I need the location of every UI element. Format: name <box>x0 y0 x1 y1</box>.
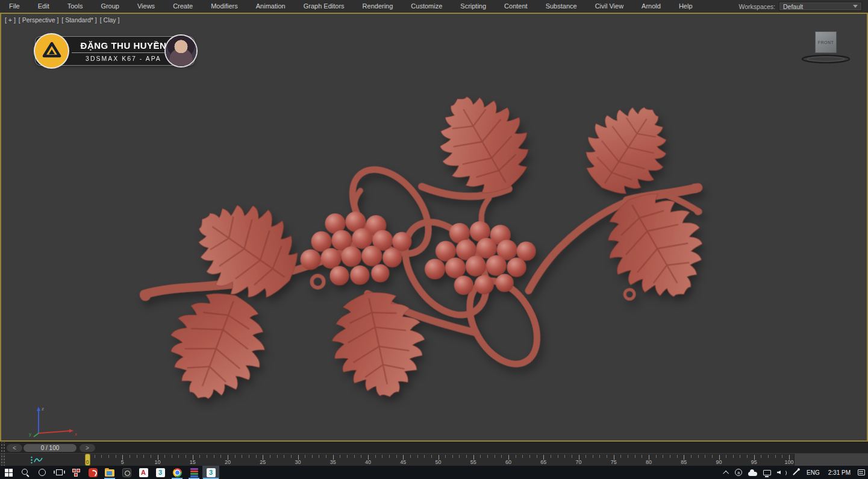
taskbar-button-chrome[interactable] <box>169 466 186 479</box>
cortana-icon <box>39 469 46 476</box>
ruler-tick <box>424 455 425 458</box>
ruler-frame-label: 65 <box>540 459 546 465</box>
taskbar-button-start[interactable] <box>0 466 17 479</box>
tray-button-capture[interactable]: a <box>732 466 745 479</box>
grape-ornament-model[interactable] <box>1 14 867 440</box>
next-frame-button[interactable]: > <box>80 444 95 452</box>
viewport-general-menu[interactable]: [ + ] <box>5 16 16 23</box>
menu-item-tools[interactable]: Tools <box>58 0 92 13</box>
triangle-logo-icon <box>35 34 68 67</box>
chevron-down-icon <box>853 5 858 8</box>
taskbar-button-3ds-max-active[interactable]: 3 <box>202 466 219 479</box>
volume-icon <box>777 469 786 476</box>
viewport[interactable]: [ + ][ Perspective ][ Standard* ][ Clay … <box>0 13 868 442</box>
menu-item-edit[interactable]: Edit <box>29 0 58 13</box>
ruler-tick <box>431 455 432 458</box>
ruler-tick <box>101 455 102 458</box>
axis-x-label: x <box>75 431 77 437</box>
ruler-frame-label: 45 <box>400 459 406 465</box>
ruler-tick <box>459 455 460 458</box>
menu-item-arnold[interactable]: Arnold <box>632 0 670 13</box>
viewport-renderer-label[interactable]: [ Standard* ] <box>61 16 96 23</box>
menu-item-file[interactable]: File <box>0 0 29 13</box>
ruler-tick <box>382 455 382 458</box>
viewport-label: [ + ][ Perspective ][ Standard* ][ Clay … <box>5 16 119 23</box>
taskbar-button-3ds-max[interactable]: 3 <box>152 466 169 479</box>
menu-item-modifiers[interactable]: Modifiers <box>202 0 247 13</box>
taskbar-button-search[interactable] <box>17 466 34 479</box>
taskbar-button-red-swirl-app[interactable] <box>84 466 101 479</box>
ruler-tick <box>761 455 761 458</box>
frame-number-field[interactable]: 0 / 100 <box>23 444 76 452</box>
clock[interactable]: 2:31 PM <box>824 469 855 476</box>
taskbar-button-file-explorer[interactable] <box>101 466 118 479</box>
taskbar-button-screen-recorder-app[interactable] <box>118 466 135 479</box>
tray-button-pen[interactable] <box>789 466 802 479</box>
menu-item-graph-editors[interactable]: Graph Editors <box>295 0 354 13</box>
ruler-tick <box>593 455 593 458</box>
ruler-tick <box>151 455 151 458</box>
ruler-tick <box>256 455 257 458</box>
menu-item-views[interactable]: Views <box>128 0 164 13</box>
menu-item-group[interactable]: Group <box>92 0 128 13</box>
ruler-frame-label: 50 <box>435 459 441 465</box>
viewcube[interactable]: FRONT <box>801 31 851 64</box>
ruler-tick <box>712 455 713 458</box>
ruler-tick <box>143 455 144 458</box>
ruler-tick <box>768 455 769 458</box>
search-icon <box>21 468 30 477</box>
timeslider-drag-handle[interactable] <box>0 454 5 466</box>
viewport-pov-label[interactable]: [ Perspective ] <box>19 16 59 23</box>
ruler-tick <box>585 455 586 458</box>
ruler-tick <box>466 455 467 458</box>
action-center-button[interactable] <box>855 466 868 479</box>
banner-subtitle: 3DSMAX K67 - APA <box>72 52 175 62</box>
ruler-tick <box>452 455 453 458</box>
menu-item-substance[interactable]: Substance <box>537 0 586 13</box>
menu-item-customize[interactable]: Customize <box>402 0 451 13</box>
mini-curve-editor-button[interactable] <box>30 456 43 465</box>
menu-item-content[interactable]: Content <box>495 0 537 13</box>
language-indicator[interactable]: ENG <box>802 469 824 476</box>
workspaces-dropdown[interactable]: Default <box>779 2 862 11</box>
ruler-out-of-range <box>794 454 868 466</box>
time-ruler[interactable]: 0510152025303540455055606570758085909510… <box>0 454 868 466</box>
ruler-tick <box>164 455 165 458</box>
tray-button-chevron-up[interactable] <box>722 466 732 479</box>
taskbar-button-autocad[interactable]: A <box>135 466 152 479</box>
ruler-tick <box>691 455 692 458</box>
taskbar-button-task-view[interactable] <box>51 466 67 479</box>
ruler-tick <box>326 455 326 458</box>
taskbar-button-red-tiles-app[interactable] <box>67 466 84 479</box>
chrome-icon <box>173 468 182 477</box>
menu-item-scripting[interactable]: Scripting <box>451 0 495 13</box>
tray-button-network[interactable] <box>760 466 774 479</box>
trackbar-drag-handle[interactable] <box>0 442 5 453</box>
menu-item-civil-view[interactable]: Civil View <box>586 0 632 13</box>
ruler-tick <box>417 455 418 458</box>
ruler-tick <box>199 455 200 458</box>
previous-frame-button[interactable]: < <box>7 444 22 452</box>
taskbar-button-winrar[interactable] <box>186 466 202 479</box>
trackbar: < 0 / 100 > <box>0 442 868 453</box>
red-swirl-app-icon <box>89 468 98 477</box>
ruler-tick <box>740 455 740 458</box>
tray-button-volume[interactable] <box>774 466 789 479</box>
taskbar-button-cortana[interactable] <box>34 466 51 479</box>
tray-button-onedrive-cloud[interactable] <box>745 466 760 479</box>
viewcube-face[interactable]: FRONT <box>815 31 837 53</box>
viewport-shading-label[interactable]: [ Clay ] <box>100 16 120 23</box>
winrar-icon <box>190 468 199 477</box>
menu-item-create[interactable]: Create <box>164 0 202 13</box>
ruler-tick <box>235 455 236 458</box>
menu-item-animation[interactable]: Animation <box>247 0 295 13</box>
ruler-frame-label: 20 <box>225 459 231 465</box>
ruler-tick <box>487 455 488 458</box>
timeline-playhead[interactable]: 0 <box>86 454 90 465</box>
ruler-tick <box>186 455 186 458</box>
menu-item-rendering[interactable]: Rendering <box>354 0 402 13</box>
playhead-frame-number: 0 <box>86 460 89 465</box>
menu-item-help[interactable]: Help <box>670 0 702 13</box>
ruler-tick <box>242 455 242 458</box>
ruler-tick <box>656 455 657 458</box>
